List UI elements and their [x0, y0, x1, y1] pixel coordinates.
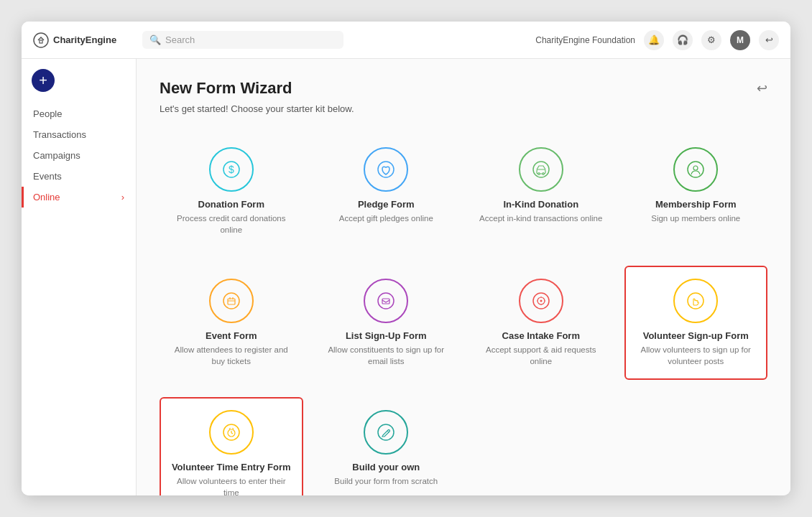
headset-icon[interactable]: 🎧 — [673, 30, 693, 50]
sidebar-item-label: Online — [33, 192, 60, 202]
svg-rect-1 — [40, 40, 42, 43]
inkind-donation-title: In-Kind Donation — [503, 199, 578, 210]
bell-icon[interactable]: 🔔 — [644, 30, 664, 50]
card-list-signup-form[interactable]: List Sign-Up Form Allow constituents to … — [315, 266, 458, 380]
card-volunteer-time-entry[interactable]: Volunteer Time Entry Form Allow voluntee… — [160, 397, 303, 495]
card-volunteer-signup-form[interactable]: Volunteer Sign-up Form Allow volunteers … — [624, 266, 768, 380]
card-donation-form[interactable]: $ Donation Form Process credit card dona… — [160, 134, 303, 248]
content-header: New Form Wizard ↩ — [160, 79, 767, 98]
pledge-form-desc: Accept gift pledges online — [339, 213, 433, 224]
donation-form-title: Donation Form — [198, 199, 264, 210]
card-event-form[interactable]: Event Form Allow attendees to register a… — [160, 266, 303, 380]
volunteer-time-entry-title: Volunteer Time Entry Form — [172, 462, 291, 472]
build-your-own-icon — [364, 410, 408, 455]
donation-form-icon: $ — [209, 147, 254, 192]
org-name: CharityEngine Foundation — [535, 35, 635, 45]
event-form-icon — [209, 279, 254, 323]
inkind-donation-desc: Accept in-kind transactions online — [479, 213, 602, 224]
svg-point-25 — [688, 293, 703, 309]
sidebar-item-label: Transactions — [33, 129, 86, 140]
case-intake-form-desc: Accept support & aid requests online — [479, 344, 603, 367]
content-area: New Form Wizard ↩ Let's get started! Cho… — [137, 59, 790, 495]
list-signup-form-icon — [364, 279, 408, 323]
svg-line-29 — [231, 433, 233, 434]
sidebar: + People Transactions Campaigns Events O… — [22, 59, 137, 495]
membership-form-title: Membership Form — [655, 199, 737, 210]
sidebar-item-campaigns[interactable]: Campaigns — [22, 145, 136, 166]
membership-form-desc: Sign up members online — [651, 213, 740, 224]
subtitle: Let's get started! Choose your starter k… — [160, 103, 767, 114]
sidebar-item-online[interactable]: Online › — [22, 187, 136, 208]
case-intake-form-title: Case Intake Form — [502, 330, 580, 341]
card-membership-form[interactable]: Membership Form Sign up members online — [624, 134, 768, 248]
app-window: CharityEngine 🔍 Search CharityEngine Fou… — [22, 22, 790, 495]
volunteer-signup-form-title: Volunteer Sign-up Form — [643, 330, 749, 341]
plus-icon: + — [39, 73, 47, 88]
avatar[interactable]: M — [730, 30, 750, 50]
topbar: CharityEngine 🔍 Search CharityEngine Fou… — [22, 22, 790, 59]
chevron-right-icon: › — [121, 192, 124, 202]
sidebar-item-label: Events — [33, 171, 62, 182]
sidebar-item-transactions[interactable]: Transactions — [22, 124, 136, 145]
logo-icon — [33, 32, 49, 48]
card-pledge-form[interactable]: Pledge Form Accept gift pledges online — [315, 134, 458, 248]
sidebar-item-events[interactable]: Events — [22, 166, 136, 187]
sidebar-item-label: Campaigns — [33, 150, 80, 161]
svg-point-16 — [378, 293, 394, 309]
pledge-form-icon — [364, 147, 408, 192]
volunteer-signup-form-icon — [673, 279, 718, 323]
card-case-intake-form[interactable]: Case Intake Form Accept support & aid re… — [469, 266, 613, 380]
logo-text: CharityEngine — [53, 34, 116, 45]
main-layout: + People Transactions Campaigns Events O… — [22, 59, 790, 495]
back-button[interactable]: ↩ — [757, 80, 767, 96]
event-form-title: Event Form — [206, 330, 257, 341]
sidebar-item-people[interactable]: People — [22, 103, 136, 124]
svg-point-10 — [693, 166, 698, 170]
svg-point-20 — [540, 300, 542, 302]
card-build-your-own[interactable]: Build your own Build your form from scra… — [315, 397, 458, 495]
list-signup-form-title: List Sign-Up Form — [346, 330, 427, 341]
membership-form-icon — [673, 147, 718, 192]
add-button[interactable]: + — [32, 69, 55, 92]
cards-grid: $ Donation Form Process credit card dona… — [160, 134, 767, 495]
build-your-own-desc: Build your form from scratch — [334, 475, 438, 487]
inkind-donation-icon — [519, 147, 563, 192]
volunteer-signup-form-desc: Allow volunteers to sign up for voluntee… — [635, 344, 758, 367]
search-icon: 🔍 — [149, 34, 161, 45]
volunteer-time-entry-icon — [209, 410, 254, 455]
pledge-form-title: Pledge Form — [358, 199, 415, 210]
volunteer-time-entry-desc: Allow volunteers to enter their time — [170, 475, 293, 495]
search-placeholder: Search — [165, 34, 195, 45]
svg-rect-12 — [228, 299, 235, 304]
card-inkind-donation[interactable]: In-Kind Donation Accept in-kind transact… — [469, 134, 613, 248]
logo: CharityEngine — [33, 32, 134, 48]
svg-text:$: $ — [229, 164, 234, 175]
case-intake-form-icon — [519, 279, 563, 323]
donation-form-desc: Process credit card donations online — [170, 213, 293, 236]
event-form-desc: Allow attendees to register and buy tick… — [170, 344, 293, 367]
build-your-own-title: Build your own — [352, 462, 420, 472]
list-signup-form-desc: Allow constituents to sign up for email … — [325, 344, 448, 367]
sidebar-item-label: People — [33, 108, 62, 119]
gear-icon[interactable]: ⚙ — [701, 30, 721, 50]
svg-line-31 — [387, 431, 389, 432]
topbar-right: CharityEngine Foundation 🔔 🎧 ⚙ M ↩ — [535, 30, 779, 50]
logout-icon[interactable]: ↩ — [759, 30, 779, 50]
page-title: New Form Wizard — [160, 79, 292, 98]
search-bar[interactable]: 🔍 Search — [142, 31, 343, 49]
svg-point-9 — [688, 162, 703, 177]
